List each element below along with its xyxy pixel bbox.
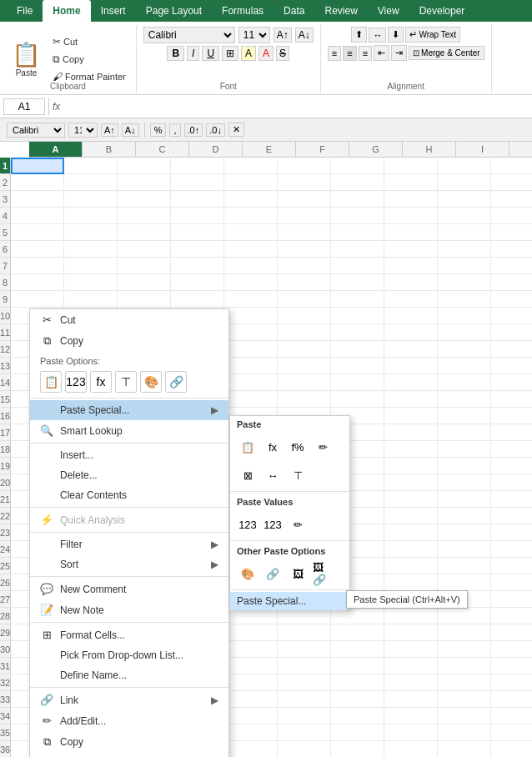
cell-I31[interactable]	[438, 658, 491, 674]
cell-H26[interactable]	[384, 574, 438, 591]
align-center-button[interactable]: ≡	[343, 46, 356, 61]
cell-D7[interactable]	[171, 258, 224, 274]
paste-option-6[interactable]: 🔗	[165, 371, 187, 393]
secondary-size-select[interactable]: 11	[68, 123, 98, 138]
cut-button[interactable]: ✂ Cut	[49, 34, 129, 49]
cell-I12[interactable]	[438, 341, 491, 358]
cell-F13[interactable]	[278, 358, 331, 374]
cell-G30[interactable]	[331, 641, 384, 658]
cell-J32[interactable]	[491, 674, 532, 691]
cell-B5[interactable]	[64, 224, 118, 241]
cell-H10[interactable]	[384, 308, 438, 324]
cell-F4[interactable]	[278, 208, 331, 224]
cell-H30[interactable]	[384, 641, 438, 658]
cell-I35[interactable]	[438, 724, 491, 741]
cell-I19[interactable]	[438, 458, 491, 474]
cell-G34[interactable]	[331, 708, 384, 724]
cell-C9[interactable]	[118, 291, 171, 308]
formula-input[interactable]	[63, 99, 529, 114]
cell-g1[interactable]	[331, 158, 384, 174]
increase-font-button[interactable]: A↑	[274, 28, 292, 43]
cell-E31[interactable]	[224, 658, 278, 674]
submenu-paste-transpose-btn[interactable]: ⊤	[287, 464, 309, 486]
submenu-paste-special-item[interactable]: Paste Special...	[230, 592, 349, 610]
cell-H29[interactable]	[384, 624, 438, 641]
cell-D4[interactable]	[171, 208, 224, 224]
cell-I9[interactable]	[438, 291, 491, 308]
cell-H35[interactable]	[384, 724, 438, 741]
cell-H23[interactable]	[384, 524, 438, 541]
underline-button[interactable]: U	[202, 46, 219, 61]
cell-G33[interactable]	[331, 691, 384, 708]
cell-J35[interactable]	[491, 724, 532, 741]
cell-A6[interactable]	[11, 241, 64, 258]
menu-item-cut[interactable]: ✂ Cut	[30, 309, 228, 330]
align-bottom-button[interactable]: ⬇	[388, 27, 404, 43]
cell-I17[interactable]	[438, 424, 491, 441]
align-middle-button[interactable]: ↔	[369, 28, 386, 43]
submenu-paste-edit-btn[interactable]: ✏	[312, 436, 334, 458]
cell-J26[interactable]	[491, 574, 532, 591]
submenu-values-num-format-btn[interactable]: 123	[262, 514, 284, 535]
cell-I16[interactable]	[438, 408, 491, 424]
bold-button[interactable]: B	[167, 46, 184, 61]
cell-H2[interactable]	[384, 174, 438, 191]
cell-I32[interactable]	[438, 674, 491, 691]
cell-e1[interactable]	[224, 158, 278, 174]
cell-J15[interactable]	[491, 391, 532, 408]
menu-item-paste-special[interactable]: Paste Special... ▶	[30, 400, 228, 420]
menu-item-link[interactable]: 🔗 Link ▶	[30, 689, 228, 710]
cell-F15[interactable]	[278, 391, 331, 408]
cell-F30[interactable]	[278, 641, 331, 658]
secondary-eraser-button[interactable]: ✕	[228, 123, 244, 137]
cell-G36[interactable]	[331, 741, 384, 757]
menu-item-smart-lookup[interactable]: 🔍 Smart Lookup	[30, 420, 228, 441]
tab-page-layout[interactable]: Page Layout	[136, 0, 212, 22]
cell-H3[interactable]	[384, 191, 438, 208]
menu-item-define-name[interactable]: Define Name...	[30, 665, 228, 685]
merge-center-button[interactable]: ⊡ Merge & Center	[409, 46, 484, 60]
cell-h1[interactable]	[384, 158, 438, 174]
secondary-decrease-button[interactable]: A↓	[122, 123, 139, 137]
cell-J23[interactable]	[491, 524, 532, 541]
cell-G9[interactable]	[331, 291, 384, 308]
cell-A3[interactable]	[11, 191, 64, 208]
cell-J24[interactable]	[491, 541, 532, 558]
cell-A4[interactable]	[11, 208, 64, 224]
cell-H14[interactable]	[384, 374, 438, 391]
cell-J11[interactable]	[491, 324, 532, 341]
cell-J27[interactable]	[491, 591, 532, 608]
cell-I20[interactable]	[438, 474, 491, 491]
cell-G35[interactable]	[331, 724, 384, 741]
cell-I36[interactable]	[438, 741, 491, 757]
cell-I14[interactable]	[438, 374, 491, 391]
cell-G3[interactable]	[331, 191, 384, 208]
cell-H9[interactable]	[384, 291, 438, 308]
cell-J7[interactable]	[491, 258, 532, 274]
cell-G32[interactable]	[331, 674, 384, 691]
cell-J3[interactable]	[491, 191, 532, 208]
cell-B9[interactable]	[64, 291, 118, 308]
menu-item-paste2[interactable]: 📋 Paste	[30, 753, 228, 757]
cell-I34[interactable]	[438, 708, 491, 724]
cell-J30[interactable]	[491, 641, 532, 658]
submenu-values-btn[interactable]: 123	[237, 514, 258, 535]
cell-A7[interactable]	[11, 258, 64, 274]
cell-G4[interactable]	[331, 208, 384, 224]
cell-I23[interactable]	[438, 524, 491, 541]
cell-I21[interactable]	[438, 491, 491, 508]
menu-item-new-comment[interactable]: 💬 New Comment	[30, 579, 228, 599]
cell-I25[interactable]	[438, 558, 491, 574]
cell-J36[interactable]	[491, 741, 532, 757]
cell-J8[interactable]	[491, 274, 532, 291]
cell-F31[interactable]	[278, 658, 331, 674]
cell-E14[interactable]	[224, 374, 278, 391]
cell-E6[interactable]	[224, 241, 278, 258]
wrap-text-button[interactable]: ↵ Wrap Text	[405, 27, 460, 43]
cell-F7[interactable]	[278, 258, 331, 274]
cell-E12[interactable]	[224, 341, 278, 358]
cell-I13[interactable]	[438, 358, 491, 374]
cell-G8[interactable]	[331, 274, 384, 291]
cell-F29[interactable]	[278, 624, 331, 641]
cell-H36[interactable]	[384, 741, 438, 757]
